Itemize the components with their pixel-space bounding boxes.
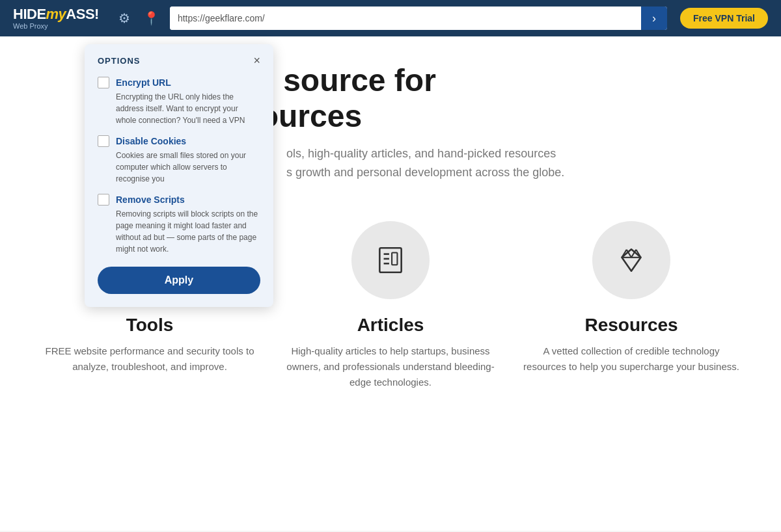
svg-rect-11: [392, 253, 397, 265]
url-bar: ›: [170, 7, 667, 30]
hero-sub-line2: s growth and personal development across…: [286, 166, 564, 179]
option-remove-scripts: Remove Scripts Removing scripts will blo…: [98, 194, 260, 255]
remove-scripts-desc: Removing scripts will block scripts on t…: [116, 208, 260, 255]
url-input[interactable]: [170, 7, 641, 30]
logo-my: my: [46, 6, 66, 22]
articles-title: Articles: [280, 315, 501, 336]
articles-icon: [374, 244, 407, 276]
encrypt-url-desc: Encrypting the URL only hides the addres…: [116, 91, 260, 126]
resources-title: Resources: [521, 315, 742, 336]
hero-subtitle: ols, high-quality articles, and hand-pic…: [286, 144, 742, 182]
disable-cookies-desc: Cookies are small files stored on your c…: [116, 150, 260, 185]
options-panel: OPTIONS × Encrypt URL Encrypting the URL…: [85, 44, 273, 307]
tools-desc: FREE website performance and security to…: [39, 343, 260, 375]
feature-resources: Resources A vetted collection of credibl…: [521, 221, 742, 390]
location-icon[interactable]: 📍: [143, 10, 159, 26]
encrypt-url-checkbox[interactable]: [98, 77, 109, 88]
options-title: OPTIONS: [98, 56, 141, 66]
articles-icon-circle: [351, 221, 430, 299]
resources-icon-circle: [592, 221, 670, 299]
resources-icon: [615, 244, 648, 276]
options-close-button[interactable]: ×: [253, 55, 260, 66]
svg-rect-7: [379, 248, 401, 273]
hero-sub-line1: ols, high-quality articles, and hand-pic…: [286, 147, 556, 160]
encrypt-url-label: Encrypt URL: [116, 77, 171, 88]
resources-desc: A vetted collection of credible technolo…: [521, 343, 742, 375]
logo: HIDEmyASS! Web Proxy: [13, 7, 99, 30]
logo-hide: HIDE: [13, 6, 46, 22]
dropdown-caret: [176, 36, 189, 44]
articles-desc: High-quality articles to help startups, …: [280, 343, 501, 390]
logo-ass: ASS!: [66, 6, 99, 22]
disable-cookies-checkbox[interactable]: [98, 135, 109, 147]
remove-scripts-checkbox[interactable]: [98, 194, 109, 206]
url-go-button[interactable]: ›: [641, 7, 667, 30]
tools-title: Tools: [39, 315, 260, 336]
logo-tagline: Web Proxy: [13, 22, 99, 30]
header: HIDEmyASS! Web Proxy ⚙ 📍 › Free VPN Tria…: [0, 0, 781, 36]
settings-icon[interactable]: ⚙: [118, 10, 130, 26]
free-vpn-button[interactable]: Free VPN Trial: [680, 8, 768, 29]
apply-button[interactable]: Apply: [98, 267, 260, 294]
option-disable-cookies: Disable Cookies Cookies are small files …: [98, 135, 260, 185]
header-icons: ⚙ 📍: [118, 10, 159, 26]
options-header: OPTIONS ×: [98, 55, 260, 66]
disable-cookies-label: Disable Cookies: [116, 136, 186, 146]
feature-articles: Articles High-quality articles to help s…: [280, 221, 501, 390]
option-encrypt-url: Encrypt URL Encrypting the URL only hide…: [98, 77, 260, 126]
remove-scripts-label: Remove Scripts: [116, 194, 185, 205]
